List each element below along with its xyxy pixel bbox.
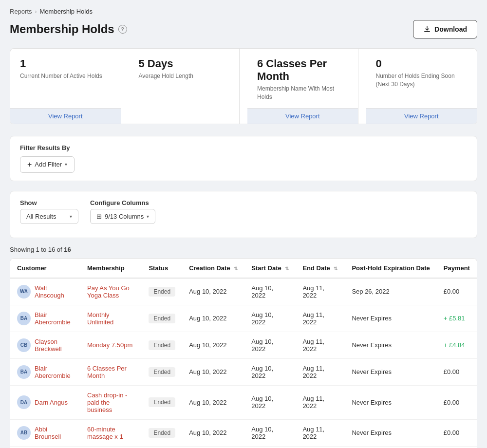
status-badge-2: Ended: [149, 340, 175, 350]
customer-name-5[interactable]: Abbi Brounsell: [35, 426, 74, 440]
stat-value-active-holds: 1: [20, 57, 111, 70]
cell-creation-6: Aug 10, 2022: [182, 446, 244, 448]
avatar-3: BA: [17, 365, 31, 379]
cell-creation-3: Aug 10, 2022: [182, 358, 244, 385]
table-row: DA Darn Angus Cash drop-in - paid the bu…: [10, 385, 477, 419]
cell-start-6: Aug 10, 2022: [244, 446, 296, 448]
col-start-date[interactable]: Start Date ⇅: [244, 259, 296, 278]
cell-payment-0: £0.00: [437, 278, 477, 305]
plus-icon: +: [27, 160, 32, 169]
customer-name-0[interactable]: Walt Ainscough: [35, 284, 74, 299]
cell-end-2: Aug 11, 2022: [296, 332, 345, 358]
help-icon[interactable]: ?: [118, 25, 127, 34]
stat-label-avg-hold: Average Hold Length: [139, 72, 230, 117]
stat-card-ending-soon: 0 Number of Holds Ending Soon (Next 30 D…: [366, 49, 477, 124]
cell-post-hold-4: Never Expires: [345, 385, 436, 419]
cell-end-0: Aug 11, 2022: [296, 278, 345, 305]
cell-customer-5: AB Abbi Brounsell: [10, 419, 80, 446]
view-report-btn-4[interactable]: View Report: [366, 108, 477, 124]
stat-value-avg-hold: 5 Days: [139, 57, 230, 70]
status-badge-3: Ended: [149, 367, 175, 377]
membership-name-5[interactable]: 60-minute massage x 1: [87, 426, 123, 440]
sort-icon-start: ⇅: [285, 266, 289, 271]
breadcrumb-reports[interactable]: Reports: [10, 8, 32, 15]
cell-membership-0: Pay As You Go Yoga Class: [80, 278, 142, 305]
cell-payment-2: + £4.84: [437, 332, 477, 358]
cell-post-hold-5: Never Expires: [345, 419, 436, 446]
customer-name-2[interactable]: Clayson Breckwell: [35, 338, 74, 353]
membership-name-3[interactable]: 6 Classes Per Month: [87, 365, 127, 379]
cell-end-4: Aug 11, 2022: [296, 385, 345, 419]
cell-creation-2: Aug 10, 2022: [182, 332, 244, 358]
membership-name-1[interactable]: Monthly Unlimited: [87, 311, 113, 326]
avatar-0: WA: [17, 285, 31, 299]
cell-creation-0: Aug 10, 2022: [182, 278, 244, 305]
cell-post-hold-0: Sep 26, 2022: [345, 278, 436, 305]
columns-button[interactable]: ⊞ 9/13 Columns ▾: [90, 209, 155, 224]
page-header: Membership Holds ? Download: [10, 20, 477, 38]
cell-start-0: Aug 10, 2022: [244, 278, 296, 305]
stat-value-most-holds: 6 Classes Per Month: [257, 57, 348, 83]
view-report-btn-1[interactable]: View Report: [10, 108, 121, 124]
cell-membership-1: Monthly Unlimited: [80, 305, 142, 332]
table-container: Customer Membership Status Creation Date…: [10, 258, 477, 448]
show-select[interactable]: All Results ▾: [20, 209, 78, 224]
download-icon: [423, 25, 431, 33]
cell-post-hold-3: Never Expires: [345, 358, 436, 385]
membership-name-0[interactable]: Pay As You Go Yoga Class: [87, 284, 130, 299]
columns-control: Configure Columns ⊞ 9/13 Columns ▾: [90, 199, 155, 224]
show-control: Show All Results ▾: [20, 199, 78, 224]
cell-payment-5: £0.00: [437, 419, 477, 446]
cell-start-3: Aug 10, 2022: [244, 358, 296, 385]
cell-status-1: Ended: [142, 305, 182, 332]
cell-customer-3: BA Blair Abercrombie: [10, 358, 80, 385]
cell-status-6: Ended: [142, 446, 182, 448]
sort-icon-creation: ⇅: [234, 266, 238, 271]
cell-end-6: Aug 11, 2022: [296, 446, 345, 448]
cell-post-hold-2: Never Expires: [345, 332, 436, 358]
cell-status-4: Ended: [142, 385, 182, 419]
add-filter-button[interactable]: + Add Filter ▾: [20, 156, 75, 173]
stat-label-ending-soon: Number of Holds Ending Soon (Next 30 Day…: [376, 72, 468, 101]
page-wrapper: Reports › Membership Holds Membership Ho…: [0, 0, 487, 448]
membership-name-2[interactable]: Monday 7.50pm: [87, 341, 132, 349]
col-post-hold: Post-Hold Expiration Date: [345, 259, 436, 278]
configure-label: Configure Columns: [90, 199, 155, 206]
table-body: WA Walt Ainscough Pay As You Go Yoga Cla…: [10, 278, 477, 448]
svg-rect-0: [424, 31, 430, 32]
controls-row: Show All Results ▾ Configure Columns ⊞ 9…: [20, 199, 467, 224]
cell-end-1: Aug 11, 2022: [296, 305, 345, 332]
cell-payment-6: £0.00: [437, 446, 477, 448]
status-badge-5: Ended: [149, 428, 175, 438]
download-button[interactable]: Download: [413, 20, 477, 38]
columns-value: 9/13 Columns: [105, 213, 144, 220]
customer-name-1[interactable]: Blair Abercrombie: [35, 311, 74, 326]
customer-name-4[interactable]: Darn Angus: [35, 399, 68, 406]
cell-membership-6: Cash drop-in - paid the instructor: [80, 446, 142, 448]
cell-customer-6: MA Maure Akaster: [10, 446, 80, 448]
col-creation-date[interactable]: Creation Date ⇅: [182, 259, 244, 278]
stat-label-most-holds: Membership Name With Most Holds: [257, 85, 348, 101]
view-report-btn-3[interactable]: View Report: [247, 108, 358, 124]
add-filter-label: Add Filter: [35, 161, 62, 168]
membership-name-4[interactable]: Cash drop-in - paid the business: [87, 392, 127, 413]
customer-name-3[interactable]: Blair Abercrombie: [35, 365, 74, 379]
breadcrumb-separator: ›: [35, 8, 37, 15]
cell-start-1: Aug 10, 2022: [244, 305, 296, 332]
cell-payment-1: + £5.81: [437, 305, 477, 332]
stat-card-active-holds: 1 Current Number of Active Holds View Re…: [10, 49, 121, 124]
showing-text: Showing 1 to 16 of 16: [10, 246, 477, 253]
main-content: Reports › Membership Holds Membership Ho…: [0, 0, 487, 448]
cell-start-4: Aug 10, 2022: [244, 385, 296, 419]
download-label: Download: [434, 25, 467, 33]
cell-post-hold-6: Never Expires: [345, 446, 436, 448]
cell-status-5: Ended: [142, 419, 182, 446]
table-row: WA Walt Ainscough Pay As You Go Yoga Cla…: [10, 278, 477, 305]
status-badge-1: Ended: [149, 314, 175, 323]
table-header: Customer Membership Status Creation Date…: [10, 259, 477, 278]
page-title: Membership Holds: [10, 22, 114, 36]
cell-customer-1: BA Blair Abercrombie: [10, 305, 80, 332]
cell-start-5: Aug 10, 2022: [244, 419, 296, 446]
cell-membership-3: 6 Classes Per Month: [80, 358, 142, 385]
col-end-date[interactable]: End Date ⇅: [296, 259, 345, 278]
